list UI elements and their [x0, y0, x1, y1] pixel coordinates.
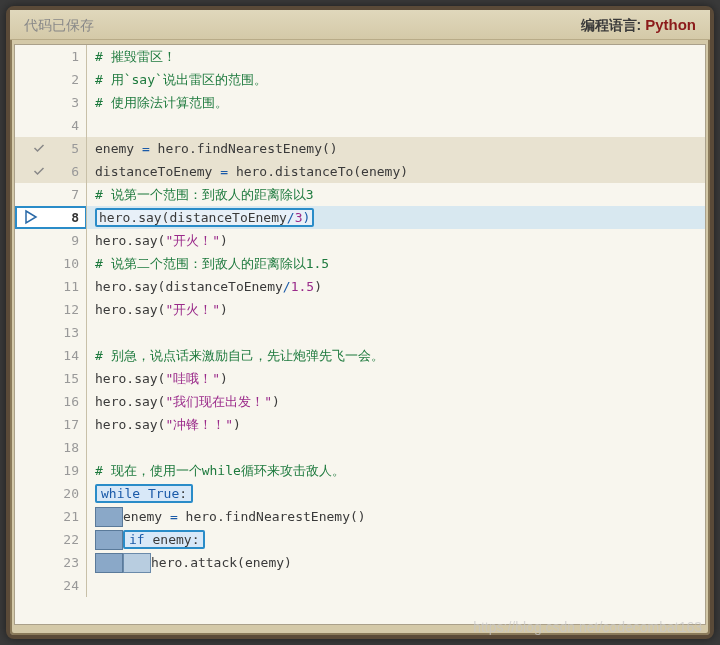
line-number: 20	[51, 482, 87, 505]
line-number: 18	[51, 436, 87, 459]
code-line: 4	[15, 114, 705, 137]
line-number: 17	[51, 413, 87, 436]
watermark: https://blog.csdn.net/codecombat163	[473, 619, 702, 635]
code-editor[interactable]: 1 # 摧毁雷区！ 2 # 用`say`说出雷区的范围。 3 # 使用除法计算范…	[14, 44, 706, 625]
code-line: 11 hero.say(distanceToEnemy/1.5)	[15, 275, 705, 298]
line-number: 22	[51, 528, 87, 551]
code-line: 12 hero.say("开火！")	[15, 298, 705, 321]
checkmark-icon	[33, 160, 47, 183]
code-line: 1 # 摧毁雷区！	[15, 45, 705, 68]
line-number: 16	[51, 390, 87, 413]
indent-marker	[123, 553, 151, 573]
code-line: 13	[15, 321, 705, 344]
code-line: 21 enemy = hero.findNearestEnemy()	[15, 505, 705, 528]
indent-marker	[95, 530, 123, 550]
code-line: 17 hero.say("冲锋！！")	[15, 413, 705, 436]
line-number: 4	[51, 114, 87, 137]
line-number: 8	[51, 206, 87, 229]
code-line: 22 if enemy:	[15, 528, 705, 551]
code-line: 2 # 用`say`说出雷区的范围。	[15, 68, 705, 91]
line-number: 14	[51, 344, 87, 367]
code-line: 6 distanceToEnemy = hero.distanceTo(enem…	[15, 160, 705, 183]
code-line: 24	[15, 574, 705, 597]
line-number: 12	[51, 298, 87, 321]
line-number: 5	[51, 137, 87, 160]
code-line: 14 # 别急，说点话来激励自己，先让炮弹先飞一会。	[15, 344, 705, 367]
line-number: 1	[51, 45, 87, 68]
code-line: 15 hero.say("哇哦！")	[15, 367, 705, 390]
code-line: 16 hero.say("我们现在出发！")	[15, 390, 705, 413]
lang-label: 编程语言:	[581, 17, 646, 33]
indent-marker	[95, 553, 123, 573]
code-line: 18	[15, 436, 705, 459]
line-number: 21	[51, 505, 87, 528]
line-number: 7	[51, 183, 87, 206]
line-number: 2	[51, 68, 87, 91]
line-number: 23	[51, 551, 87, 574]
line-number: 10	[51, 252, 87, 275]
editor-frame: 代码已保存 编程语言: Python 1 # 摧毁雷区！ 2 # 用`say`说…	[6, 6, 714, 639]
code-line: 9 hero.say("开火！")	[15, 229, 705, 252]
checkmark-icon	[33, 137, 47, 160]
code-line: 23 hero.attack(enemy)	[15, 551, 705, 574]
code-line-active: 8 hero.say(distanceToEnemy/3)	[15, 206, 705, 229]
line-number: 13	[51, 321, 87, 344]
code-line: 19 # 现在，使用一个while循环来攻击敌人。	[15, 459, 705, 482]
code-line: 20 while True:	[15, 482, 705, 505]
line-number: 24	[51, 574, 87, 597]
language-indicator: 编程语言: Python	[581, 16, 696, 35]
line-number: 19	[51, 459, 87, 482]
code-line: 5 enemy = hero.findNearestEnemy()	[15, 137, 705, 160]
line-number: 6	[51, 160, 87, 183]
line-number: 9	[51, 229, 87, 252]
code-line: 3 # 使用除法计算范围。	[15, 91, 705, 114]
line-number: 11	[51, 275, 87, 298]
code-line: 7 # 说第一个范围：到敌人的距离除以3	[15, 183, 705, 206]
line-number: 15	[51, 367, 87, 390]
save-status: 代码已保存	[24, 17, 94, 35]
editor-header: 代码已保存 编程语言: Python	[10, 10, 710, 40]
code-line: 10 # 说第二个范围：到敌人的距离除以1.5	[15, 252, 705, 275]
lang-value: Python	[645, 16, 696, 33]
indent-marker	[95, 507, 123, 527]
line-number: 3	[51, 91, 87, 114]
